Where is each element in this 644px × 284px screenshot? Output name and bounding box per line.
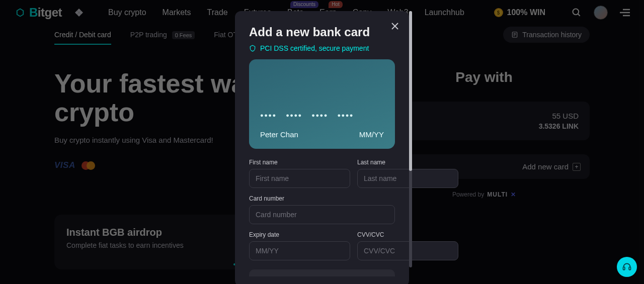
card-holder: Peter Chan (260, 130, 298, 139)
card-preview: ●●●● ●●●● ●●●● ●●●● Peter Chan MM/YY (249, 59, 395, 149)
cvv-input[interactable] (357, 241, 458, 260)
card-number-label: Card number (249, 195, 395, 202)
expiry-label: Expiry date (249, 231, 350, 238)
cvv-label: CVV/CVC (357, 231, 458, 238)
first-name-label: First name (249, 159, 350, 166)
headset-icon (622, 262, 632, 272)
first-name-input[interactable] (249, 169, 350, 188)
card-number-input[interactable] (249, 205, 395, 224)
close-icon[interactable] (391, 22, 399, 32)
shield-icon (249, 45, 256, 52)
modal-scrollbar[interactable] (409, 11, 412, 267)
card-number-masked: ●●●● ●●●● ●●●● ●●●● (260, 112, 384, 118)
svg-rect-15 (623, 267, 625, 270)
support-button[interactable] (617, 257, 637, 277)
add-card-modal: Add a new bank card PCI DSS certified, s… (235, 11, 409, 284)
expiry-input[interactable] (249, 241, 350, 260)
modal-title: Add a new bank card (249, 25, 395, 39)
last-name-label: Last name (357, 159, 458, 166)
submit-button[interactable] (249, 269, 395, 276)
last-name-input[interactable] (357, 169, 458, 188)
card-expiry-preview: MM/YY (359, 130, 384, 139)
pci-badge: PCI DSS certified, secure payment (249, 44, 395, 52)
svg-rect-16 (629, 267, 630, 270)
